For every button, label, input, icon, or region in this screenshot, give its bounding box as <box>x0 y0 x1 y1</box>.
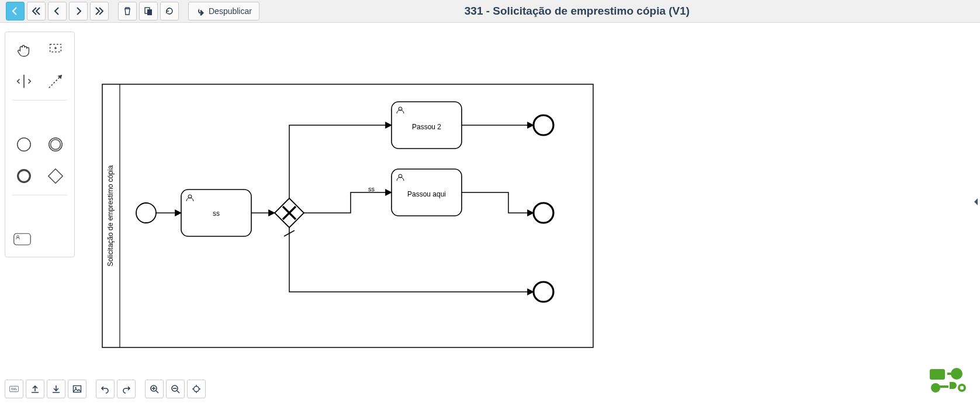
svg-text:XML: XML <box>11 387 18 391</box>
svg-point-5 <box>51 140 61 150</box>
svg-line-25 <box>156 391 158 393</box>
svg-point-17 <box>534 115 553 135</box>
circle-thick-icon <box>15 167 33 185</box>
import-button[interactable] <box>26 380 44 398</box>
tool-hand[interactable] <box>10 36 38 64</box>
delete-button[interactable] <box>118 2 137 20</box>
zoom-out-button[interactable] <box>166 380 185 398</box>
svg-rect-30 <box>951 368 962 380</box>
export-xml-button[interactable]: XML <box>5 380 23 398</box>
chevron-right-icon <box>74 6 83 16</box>
chevrons-left-icon <box>32 6 41 16</box>
start-event[interactable] <box>136 203 156 223</box>
nav-back-button[interactable] <box>6 2 25 20</box>
lasso-icon <box>47 41 64 58</box>
nav-first-button[interactable] <box>27 2 46 20</box>
svg-rect-33 <box>939 385 948 388</box>
nav-prev-button[interactable] <box>48 2 67 20</box>
shape-start-event[interactable] <box>10 130 38 159</box>
caret-left-icon <box>973 198 979 206</box>
crosshair-icon <box>192 384 201 394</box>
task-passou-aqui-label: Passou aqui <box>407 190 446 198</box>
page-title: 331 - Solicitação de emprestimo cópia (V… <box>180 5 974 18</box>
bottom-toolbar: XML <box>5 380 206 398</box>
diamond-icon <box>47 167 64 185</box>
tool-space[interactable] <box>10 67 38 95</box>
circle-thin-icon <box>15 136 33 153</box>
undo-button[interactable] <box>96 380 115 398</box>
export-image-button[interactable] <box>68 380 86 398</box>
tool-connect[interactable] <box>41 67 70 95</box>
undo-icon <box>101 384 110 394</box>
shape-intermediate-event[interactable] <box>41 130 70 159</box>
svg-point-35 <box>960 386 964 390</box>
nav-next-button[interactable] <box>69 2 88 20</box>
task-passou-2-label: Passou 2 <box>412 123 441 131</box>
zoom-in-button[interactable] <box>145 380 164 398</box>
svg-rect-1 <box>147 9 152 15</box>
chevron-left-icon <box>11 6 20 16</box>
shape-user-task[interactable] <box>10 225 41 253</box>
circle-double-icon <box>47 136 64 153</box>
end-event-3[interactable] <box>534 282 553 302</box>
svg-point-23 <box>75 387 77 389</box>
svg-rect-22 <box>74 386 81 392</box>
svg-rect-31 <box>947 373 952 375</box>
shape-end-event[interactable] <box>10 162 38 190</box>
svg-point-10 <box>136 203 156 223</box>
end-event-1[interactable] <box>534 115 553 135</box>
svg-point-28 <box>194 387 199 392</box>
space-tool-icon <box>15 73 33 90</box>
image-icon <box>72 384 82 394</box>
zoom-fit-button[interactable] <box>187 380 206 398</box>
redo-icon <box>122 384 131 394</box>
copy-icon <box>144 6 153 16</box>
svg-point-6 <box>18 170 30 182</box>
trash-icon <box>123 6 132 16</box>
svg-point-3 <box>18 138 31 151</box>
top-toolbar: Despublicar 331 - Solicitação de emprest… <box>0 0 980 23</box>
svg-rect-29 <box>930 369 945 380</box>
svg-rect-7 <box>14 233 31 245</box>
redo-button[interactable] <box>117 380 136 398</box>
zoom-in-icon <box>150 384 159 394</box>
svg-point-18 <box>534 203 553 223</box>
upload-icon <box>30 384 40 394</box>
right-panel-toggle[interactable] <box>972 184 980 219</box>
bpmn-diagram: Solicitação de emprestimo cópia ss <box>99 81 596 350</box>
svg-point-19 <box>534 282 553 302</box>
pool[interactable] <box>102 84 593 347</box>
flow-label-ss: ss <box>368 185 375 192</box>
refresh-button[interactable] <box>160 2 179 20</box>
chevrons-right-icon <box>95 6 104 16</box>
xml-badge-icon: XML <box>9 384 19 394</box>
bpmn-io-logo <box>930 368 967 392</box>
zoom-out-icon <box>171 384 180 394</box>
nav-last-button[interactable] <box>90 2 109 20</box>
chevron-left-icon <box>53 6 62 16</box>
task-ss[interactable]: ss <box>181 190 251 236</box>
svg-line-27 <box>177 391 179 393</box>
download-icon <box>51 384 61 394</box>
pool-label: Solicitação de emprestimo cópia <box>106 165 115 266</box>
hand-icon <box>15 41 33 58</box>
task-passou-aqui[interactable]: Passou aqui <box>392 169 462 216</box>
shape-gateway[interactable] <box>41 162 70 190</box>
shape-palette <box>5 32 75 257</box>
user-task-icon <box>13 230 31 248</box>
connection-icon <box>47 73 64 90</box>
refresh-icon <box>165 6 174 16</box>
copy-button[interactable] <box>139 2 158 20</box>
download-button[interactable] <box>47 380 65 398</box>
task-passou-2[interactable]: Passou 2 <box>392 102 462 149</box>
tool-lasso[interactable] <box>41 36 70 64</box>
end-event-2[interactable] <box>534 203 553 223</box>
diagram-canvas[interactable]: Solicitação de emprestimo cópia ss <box>76 32 962 374</box>
task-ss-label: ss <box>213 209 220 218</box>
svg-point-32 <box>931 383 940 392</box>
